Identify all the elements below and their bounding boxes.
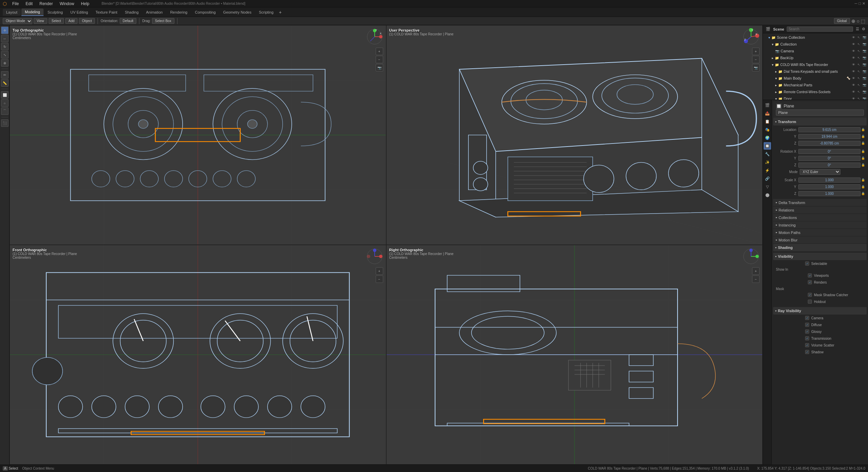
global-orient-btn[interactable]: Global — [834, 18, 850, 24]
toolbar-add[interactable]: Add — [65, 18, 78, 24]
vis-render[interactable]: 📷 — [862, 35, 867, 40]
collections-section[interactable]: ▸ Collections — [773, 214, 867, 221]
tab-modeling[interactable]: Modeling — [21, 9, 44, 16]
scale-y-input[interactable]: 1.000 — [798, 184, 861, 189]
shading-header[interactable]: ▾ Shading — [773, 244, 867, 251]
visibility-header[interactable]: ▾ Visibility — [773, 253, 867, 260]
prop-tab-particles[interactable]: ✨ — [764, 158, 771, 166]
outliner-filter-icon[interactable]: ☰ — [856, 27, 859, 31]
scale-z-lock[interactable]: 🔒 — [861, 192, 865, 195]
ray-volume-scatter-checkbox[interactable] — [805, 343, 809, 347]
overlay-icon[interactable]: ⬚ — [861, 18, 865, 24]
object-name-input[interactable] — [776, 109, 864, 116]
tool-add-cube[interactable]: ⬛ — [1, 119, 8, 127]
menu-render[interactable]: Render — [38, 1, 54, 7]
select-box-btn[interactable]: Select Box — [152, 18, 174, 24]
rot-y-input[interactable]: 0° — [798, 156, 861, 161]
outliner-item-scene-collection[interactable]: ▾ 📁 Scene Collection 👁 ↖ 📷 — [763, 34, 868, 41]
toolbar-select[interactable]: Select — [49, 18, 64, 24]
outliner-item-remote-wires[interactable]: ▸ 📁 Remote Control-Wires-Sockets 👁 ↖ 📷 — [763, 88, 868, 95]
maximize-btn[interactable]: □ — [858, 1, 861, 6]
ray-visibility-header[interactable]: ▾ Ray Visibility — [773, 307, 867, 315]
rot-x-lock[interactable]: 🔒 — [861, 150, 865, 153]
outliner-search[interactable] — [787, 27, 853, 32]
ray-glossy-checkbox[interactable] — [805, 330, 809, 334]
renders-checkbox[interactable] — [808, 280, 812, 284]
ray-diffuse-checkbox[interactable] — [805, 323, 809, 327]
tab-texture-paint[interactable]: Texture Paint — [92, 9, 121, 16]
prop-tab-world[interactable]: 🌍 — [764, 134, 771, 141]
nav-gizmo-right[interactable] — [743, 248, 760, 265]
outliner-item-door[interactable]: ▾ 📁 Door 👁 ↖ 📷 — [763, 95, 868, 100]
tab-shading[interactable]: Shading — [121, 9, 142, 16]
relations-section[interactable]: ▸ Relations — [773, 206, 867, 214]
mode-select[interactable]: Object Mode Edit Mode — [3, 18, 32, 24]
shadow-catcher-checkbox[interactable] — [808, 293, 812, 297]
selectable-checkbox[interactable] — [805, 262, 809, 266]
ray-shadow-checkbox[interactable] — [805, 350, 809, 354]
rotation-mode-select[interactable]: XYZ Euler XZY Euler Quaternion — [800, 169, 840, 175]
outliner-item-camera[interactable]: 📷 Camera 👁 ↖ 📷 — [763, 48, 868, 54]
prop-tab-view-layer[interactable]: 📋 — [764, 118, 771, 125]
menu-window[interactable]: Window — [58, 1, 75, 7]
prop-tab-data[interactable]: ▽ — [764, 183, 771, 190]
loc-x-lock[interactable]: 🔒 — [861, 128, 865, 131]
holdout-checkbox[interactable] — [808, 300, 812, 304]
menu-edit[interactable]: Edit — [24, 1, 34, 7]
nav-gizmo-front[interactable] — [366, 248, 383, 265]
menu-file[interactable]: File — [11, 1, 20, 7]
scale-z-input[interactable]: 1.000 — [798, 191, 861, 196]
tool-select-cursor[interactable]: ✛ — [1, 27, 8, 34]
scale-y-lock[interactable]: 🔒 — [861, 185, 865, 188]
vp-zoom-out[interactable]: − — [752, 56, 760, 63]
rot-x-input[interactable]: 0° — [798, 149, 861, 154]
prop-tab-object[interactable]: 🔲 — [764, 142, 771, 150]
prop-tab-output[interactable]: 📤 — [764, 109, 771, 117]
vis-eye[interactable]: 👁 — [851, 35, 856, 40]
magnet-icon[interactable]: ⊕ — [851, 18, 855, 24]
viewport-front-orthographic[interactable]: Front Orthographic (1) COLD WAR 80s Tape… — [10, 245, 386, 465]
tool-transform[interactable]: ⊕ — [1, 59, 8, 67]
tool-lasso-select[interactable]: ⌒ — [1, 107, 8, 115]
menu-help[interactable]: Help — [80, 1, 91, 7]
motion-paths-section[interactable]: ▸ Motion Paths — [773, 229, 867, 236]
camera-icon[interactable]: 📷 — [376, 64, 383, 71]
rot-z-input[interactable]: 0° — [798, 163, 861, 168]
tab-rendering[interactable]: Rendering — [167, 9, 191, 16]
loc-y-input[interactable]: 19.944 cm — [798, 134, 861, 139]
right-zoom-out[interactable]: − — [752, 275, 760, 283]
tool-box-select[interactable]: ⬜ — [1, 91, 8, 99]
loc-z-input[interactable]: -0.80785 cm — [798, 141, 861, 146]
tool-scale[interactable]: ⤡ — [1, 51, 8, 58]
add-workspace-btn[interactable]: + — [279, 10, 282, 15]
outliner-item-main-body[interactable]: ▾ 📁 Main Body 🦴 👁 ↖ 📷 — [763, 75, 868, 82]
orientation-default[interactable]: Default — [120, 18, 137, 24]
close-btn[interactable]: ✕ — [862, 1, 865, 6]
tool-measure[interactable]: 📏 — [1, 79, 8, 87]
tab-layout[interactable]: Layout — [3, 9, 21, 16]
outliner-options-icon[interactable]: ⚙ — [862, 27, 865, 31]
motion-blur-section[interactable]: ▸ Motion Blur — [773, 236, 867, 244]
nav-gizmo-top[interactable]: X Y — [366, 28, 383, 45]
outliner-item-mechanical-parts[interactable]: ▸ 📁 Mechanical Parts 👁 ↖ 📷 — [763, 82, 868, 88]
delta-transform-section[interactable]: ▸ Delta Transform — [773, 199, 867, 206]
tab-sculpting[interactable]: Sculpting — [44, 9, 66, 16]
prop-tab-physics[interactable]: ⚡ — [764, 167, 771, 174]
tab-uv-editing[interactable]: UV Editing — [67, 9, 91, 16]
vp-zoom-in[interactable]: + — [752, 48, 760, 55]
proportional-icon[interactable]: ○ — [857, 18, 860, 24]
rot-y-lock[interactable]: 🔒 — [861, 156, 865, 160]
loc-z-lock[interactable]: 🔒 — [861, 141, 865, 145]
minimize-btn[interactable]: ─ — [855, 1, 857, 6]
tool-circle-select[interactable]: ○ — [1, 99, 8, 107]
outliner-item-dial-tones[interactable]: ▸ 📁 Dial Tones-Keypads and small parts 👁… — [763, 68, 868, 75]
viewport-perspective[interactable]: User Perspective (1) COLD WAR 80s Tape R… — [386, 25, 763, 245]
vp-camera[interactable]: 📷 — [752, 64, 760, 71]
viewports-checkbox[interactable] — [808, 273, 812, 277]
ray-camera-checkbox[interactable] — [805, 316, 809, 320]
tab-compositing[interactable]: Compositing — [191, 9, 219, 16]
tool-move[interactable]: ↔ — [1, 35, 8, 42]
prop-tab-scene[interactable]: 🎭 — [764, 126, 771, 133]
loc-x-input[interactable]: 9.615 cm — [798, 127, 861, 132]
vis-select[interactable]: ↖ — [856, 35, 861, 40]
